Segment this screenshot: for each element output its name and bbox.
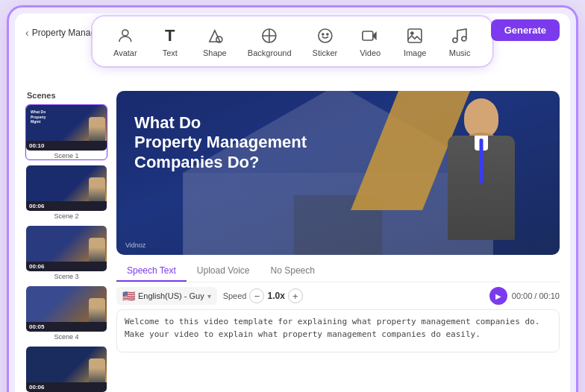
scenes-label: Scenes: [25, 91, 107, 100]
svg-point-9: [411, 32, 413, 34]
scene-item-2[interactable]: 00:06 Scene 2: [25, 165, 107, 221]
scene-footer-4: 00:05: [26, 322, 107, 332]
video-icon: [360, 25, 381, 46]
avatar-icon: [115, 25, 136, 46]
avatar-body: [448, 136, 515, 240]
scene-footer-3: 00:06: [26, 262, 107, 271]
speech-tabs: Speech Text Upload Voice No Speech: [116, 261, 560, 282]
avatar-label: Avatar: [113, 48, 137, 57]
avatar-figure: [433, 98, 530, 255]
music-label: Music: [449, 48, 471, 57]
speed-control: Speed − 1.0x +: [223, 288, 303, 303]
avatar-mini-5: [89, 358, 105, 382]
scenes-panel: Scenes What DoPropertyMgmt 00:10 Scene 1: [25, 91, 107, 392]
svg-rect-8: [408, 29, 422, 42]
avatar-mini-1: [89, 117, 105, 141]
title-line2: Property Management: [134, 133, 307, 152]
language-label: English(US) - Guy: [138, 291, 204, 300]
scene-name-3: Scene 3: [26, 273, 107, 280]
scene-name-1: Scene 1: [26, 152, 107, 159]
avatar-mini-3: [89, 238, 105, 262]
sticker-label: Sticker: [313, 48, 338, 57]
scene-footer-5: 00:06: [26, 382, 107, 392]
scene-duration-4: 00:05: [29, 323, 44, 330]
toolbar-music[interactable]: Music: [440, 22, 479, 60]
top-bar: ‹ Property Management Avatar T T: [15, 13, 570, 46]
speech-controls: 🇺🇸 English(US) - Guy ▾ Speed − 1.0x + ▶: [116, 282, 560, 309]
scene-thumb-2: [26, 165, 107, 201]
scene-thumb-5: [26, 347, 107, 382]
text-icon: T: [160, 25, 181, 46]
shape-icon: [204, 25, 225, 46]
back-arrow-icon: ‹: [25, 27, 29, 39]
toolbar-text[interactable]: T Text: [151, 22, 190, 60]
background-icon: [259, 25, 280, 46]
speed-value: 1.0x: [267, 291, 284, 301]
scene-item-4[interactable]: 00:05 Scene 4: [25, 285, 107, 341]
shape-label: Shape: [203, 48, 227, 57]
background-label: Background: [248, 48, 292, 57]
generate-button[interactable]: Generate: [491, 19, 560, 41]
image-icon: [404, 25, 425, 46]
toolbar-image[interactable]: Image: [395, 22, 434, 60]
scene-duration-1: 00:10: [29, 142, 44, 149]
toolbar-shape[interactable]: Shape: [195, 22, 234, 60]
svg-point-0: [122, 30, 128, 36]
svg-point-5: [326, 34, 328, 35]
speech-textarea[interactable]: [116, 309, 560, 353]
speed-decrease-button[interactable]: −: [249, 288, 264, 303]
watermark: Vidnoz: [125, 241, 146, 249]
sticker-icon: [314, 25, 335, 46]
music-icon: [449, 25, 470, 46]
main-content: Scenes What DoPropertyMgmt 00:10 Scene 1: [15, 85, 570, 392]
svg-point-10: [453, 38, 457, 42]
svg-rect-6: [363, 31, 373, 40]
title-line3: Companies Do?: [134, 153, 307, 172]
title-line1: What Do: [134, 113, 201, 132]
playback-controls: ▶ 00:00 / 00:10: [489, 287, 560, 305]
toolbar-panel: Avatar T Text Shape: [93, 16, 492, 66]
scene-thumb-4: [26, 286, 107, 322]
avatar-head: [464, 98, 498, 137]
tab-upload-voice[interactable]: Upload Voice: [187, 261, 260, 282]
scene-thumb-1: What DoPropertyMgmt: [26, 105, 107, 141]
scene-item-1[interactable]: What DoPropertyMgmt 00:10 Scene 1: [25, 104, 107, 160]
video-label: Video: [360, 48, 381, 57]
toolbar-avatar[interactable]: Avatar: [106, 22, 145, 60]
video-title: What Do Property Management Companies Do…: [134, 113, 307, 172]
speech-section: Speech Text Upload Voice No Speech 🇺🇸 En…: [116, 261, 560, 355]
scene-thumb-3: [26, 226, 107, 262]
text-label: Text: [163, 48, 178, 57]
tab-speech-text[interactable]: Speech Text: [116, 261, 187, 282]
scene-duration-5: 00:06: [29, 384, 44, 391]
tab-no-speech[interactable]: No Speech: [260, 261, 325, 282]
svg-point-3: [318, 29, 331, 42]
scene-footer-2: 00:06: [26, 201, 107, 211]
video-preview: What Do Property Management Companies Do…: [116, 91, 560, 255]
speed-label: Speed: [223, 291, 247, 300]
toolbar-video[interactable]: Video: [351, 22, 390, 60]
thumb-text-1: What DoPropertyMgmt: [28, 107, 49, 127]
video-area: What Do Property Management Companies Do…: [116, 91, 560, 392]
scene-duration-3: 00:06: [29, 263, 44, 270]
toolbar-sticker[interactable]: Sticker: [305, 22, 345, 60]
scene-duration-2: 00:06: [29, 203, 44, 209]
language-selector[interactable]: 🇺🇸 English(US) - Guy ▾: [116, 287, 217, 305]
scene-footer-1: 00:10: [26, 141, 107, 151]
scene-name-2: Scene 2: [26, 212, 107, 220]
play-button[interactable]: ▶: [489, 287, 507, 305]
scene-item-5[interactable]: 00:06 Scene 5: [25, 346, 107, 392]
chevron-down-icon: ▾: [207, 292, 211, 300]
speed-increase-button[interactable]: +: [288, 288, 303, 303]
toolbar-background[interactable]: Background: [240, 22, 299, 60]
scene-name-4: Scene 4: [26, 333, 107, 341]
playback-time: 00:00 / 00:10: [512, 291, 560, 300]
flag-icon: 🇺🇸: [122, 290, 135, 302]
app-window: ‹ Property Management Avatar T T: [9, 7, 576, 392]
scene-item-3[interactable]: 00:06 Scene 3: [25, 225, 107, 281]
avatar-mini-2: [89, 177, 105, 201]
svg-point-11: [462, 37, 466, 41]
image-label: Image: [404, 48, 427, 57]
avatar-mini-4: [89, 298, 105, 322]
svg-point-4: [322, 34, 323, 35]
